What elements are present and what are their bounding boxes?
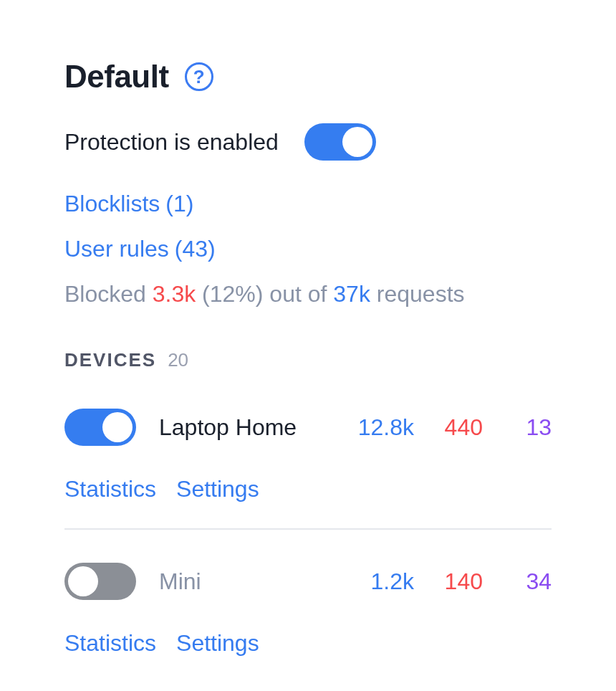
blocklists-label: Blocklists <box>64 191 160 217</box>
device-statistics-link[interactable]: Statistics <box>64 476 156 502</box>
blocked-suffix: requests <box>370 281 465 307</box>
blocked-summary: Blocked 3.3k (12%) out of 37k requests <box>64 281 552 308</box>
device-settings-link[interactable]: Settings <box>176 476 259 502</box>
device-stat-blocked: 140 <box>440 568 483 595</box>
protection-status-text: Protection is enabled <box>64 129 279 156</box>
device-name: Mini <box>159 568 371 595</box>
blocked-percent: (12%) out of <box>196 281 333 307</box>
device-row: Mini 1.2k 140 34 Statistics Settings <box>64 528 552 682</box>
device-name: Laptop Home <box>159 414 358 441</box>
device-stat-blocked: 440 <box>440 414 483 441</box>
user-rules-link[interactable]: User rules 43 <box>64 236 552 262</box>
blocked-prefix: Blocked <box>64 281 153 307</box>
device-settings-link[interactable]: Settings <box>176 630 259 657</box>
help-icon[interactable]: ? <box>185 62 213 91</box>
blocked-count: 3.3k <box>153 281 196 307</box>
toggle-knob <box>102 412 133 442</box>
user-rules-count: 43 <box>175 236 216 262</box>
devices-header: DEVICES 20 <box>64 349 552 371</box>
protection-toggle[interactable] <box>304 123 376 161</box>
devices-label: DEVICES <box>64 349 156 371</box>
devices-count: 20 <box>168 349 188 371</box>
blocked-total: 37k <box>333 281 370 307</box>
blocklists-count: 1 <box>165 191 193 217</box>
toggle-knob <box>342 127 372 157</box>
device-toggle[interactable] <box>64 563 136 600</box>
blocklists-link[interactable]: Blocklists 1 <box>64 191 552 217</box>
user-rules-label: User rules <box>64 236 169 262</box>
device-stat-other: 13 <box>509 414 552 441</box>
page-title: Default <box>64 59 169 95</box>
device-toggle[interactable] <box>64 409 136 446</box>
device-stat-requests: 1.2k <box>371 568 414 595</box>
device-statistics-link[interactable]: Statistics <box>64 630 156 657</box>
toggle-knob <box>68 566 98 596</box>
device-stat-requests: 12.8k <box>358 414 414 441</box>
device-row: Laptop Home 12.8k 440 13 Statistics Sett… <box>64 409 552 528</box>
device-stat-other: 34 <box>509 568 552 595</box>
